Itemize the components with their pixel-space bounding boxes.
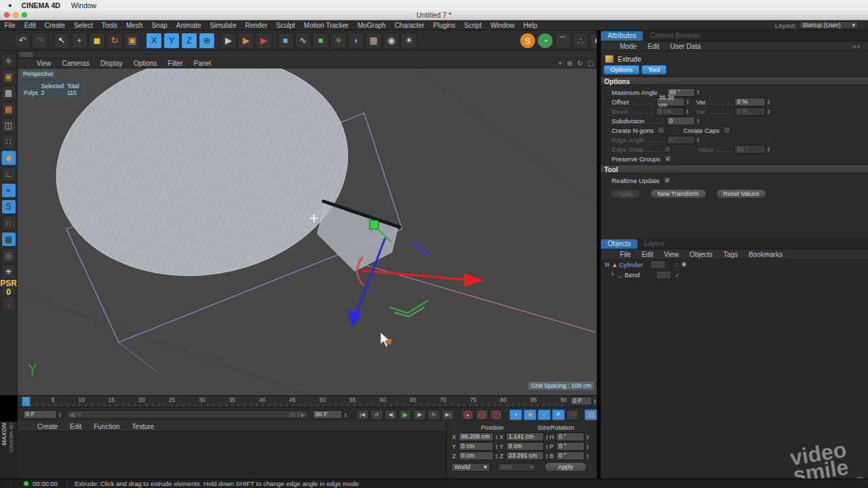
menu-item[interactable]: Mesh: [122, 22, 147, 29]
objects-menu-grip[interactable]: ⋮⋮: [603, 251, 612, 258]
macos-menu-window[interactable]: Window: [71, 1, 96, 9]
timer-icon[interactable]: ◔: [537, 33, 553, 49]
last-tool-icon[interactable]: ▣: [124, 33, 140, 49]
size-z-field[interactable]: 23.291 cm: [506, 451, 544, 460]
menu-item[interactable]: Select: [69, 22, 97, 29]
key-parameter-button[interactable]: P: [552, 409, 565, 420]
menu-item[interactable]: Snap: [147, 22, 172, 29]
live-selection-icon[interactable]: ↖: [54, 33, 70, 49]
tab-content-browser[interactable]: Content Browser: [643, 31, 707, 41]
coordinate-system-icon[interactable]: ⊕: [199, 33, 215, 49]
key-scale-button[interactable]: ◼: [524, 409, 536, 420]
add-camera-icon[interactable]: ◉: [383, 33, 399, 49]
range-right-arrow-icon[interactable]: ▶: [301, 411, 306, 418]
move-icon[interactable]: +: [71, 33, 87, 49]
keyframe-presets-button[interactable]: ∷∷: [566, 409, 579, 420]
object-row-cylinder[interactable]: ⊟ ▲ Cylinder : : ∴ ✳: [601, 260, 868, 270]
scale-icon[interactable]: ◼: [89, 33, 105, 49]
stepper-icon[interactable]: ▲▼: [344, 412, 347, 418]
material-menu-grip[interactable]: ⋮⋮: [20, 424, 29, 430]
viewport-canvas[interactable]: Perspective SelectedTotal Polys2110 Grid…: [18, 68, 598, 395]
goto-end-button[interactable]: ▶|: [441, 409, 454, 420]
size-mode-dropdown[interactable]: Size ▾: [497, 463, 536, 472]
material-menu-item[interactable]: Create: [31, 423, 64, 430]
attributes-menu-item[interactable]: Mode: [614, 43, 642, 50]
viewport-grip[interactable]: [18, 51, 598, 58]
expander-icon[interactable]: ⊟: [604, 262, 610, 268]
sds-weight-icon[interactable]: S: [519, 33, 536, 49]
tab-objects[interactable]: Objects: [601, 239, 637, 249]
macos-app-name[interactable]: CINEMA 4D: [21, 1, 60, 9]
subdivision-field[interactable]: 0: [667, 117, 695, 125]
autokey-button[interactable]: ( ): [475, 409, 488, 420]
current-frame-field[interactable]: 0 F: [570, 396, 592, 405]
objects-menu-item[interactable]: Tags: [718, 251, 743, 258]
toolbar-grip[interactable]: ⋮⋮: [2, 37, 12, 43]
rotate-icon[interactable]: ↻: [106, 33, 123, 49]
viewport-menu-item[interactable]: View: [31, 60, 57, 67]
rot-h-field[interactable]: 0 °: [556, 432, 585, 441]
history-arrows-icon[interactable]: ◂▸: [852, 43, 863, 49]
realtime-update-checkbox[interactable]: ✓: [664, 177, 671, 184]
lock-x-axis-icon[interactable]: X: [146, 33, 162, 49]
rot-b-field[interactable]: 0 °: [556, 451, 585, 460]
menu-item[interactable]: Render: [241, 22, 272, 29]
key-rotation-button[interactable]: ◌: [538, 409, 551, 420]
menu-item[interactable]: Help: [519, 22, 542, 29]
menu-item[interactable]: Tools: [97, 22, 121, 29]
apply-button[interactable]: Apply: [610, 189, 641, 199]
menu-item[interactable]: Sculpt: [272, 22, 300, 29]
object-label[interactable]: Cylinder: [619, 261, 652, 268]
previous-key-button[interactable]: ↺: [370, 409, 383, 420]
menu-item[interactable]: Window: [486, 22, 519, 29]
add-spline-icon[interactable]: ∿: [295, 33, 311, 49]
attributes-menu-item[interactable]: Edit: [642, 43, 665, 50]
offset-field[interactable]: 36.38 cm: [656, 98, 685, 106]
edge-angle-field[interactable]: 0 °: [667, 136, 695, 144]
pos-x-field[interactable]: 88.208 cm: [458, 432, 494, 441]
viewport-menu-item[interactable]: Panel: [189, 60, 217, 67]
texture-mode-icon[interactable]: ▦: [1, 102, 16, 117]
create-caps-checkbox[interactable]: [724, 127, 730, 134]
var-field[interactable]: 0 %: [734, 98, 766, 106]
edge-snap-checkbox[interactable]: ✓: [664, 146, 671, 152]
menu-item[interactable]: Simulate: [205, 22, 241, 29]
add-generator-icon[interactable]: ■: [313, 33, 329, 49]
pos-y-field[interactable]: 0 cm: [458, 442, 494, 451]
next-key-button[interactable]: ↻: [427, 409, 440, 420]
size-x-field[interactable]: 1.141 cm: [506, 432, 544, 441]
workplane-lock-icon[interactable]: ▦: [1, 232, 16, 247]
apple-logo-icon[interactable]: ●: [8, 2, 12, 9]
keyframe-help-button[interactable]: ?: [490, 409, 502, 420]
curve-falloff-icon[interactable]: ⌒: [555, 33, 571, 49]
axis-mode-icon[interactable]: ∟: [1, 167, 16, 182]
record-keyframe-button[interactable]: ◆: [461, 409, 474, 420]
psr-icon[interactable]: PSR 0: [1, 281, 16, 296]
model-mode-icon[interactable]: ▩: [1, 85, 16, 100]
attributes-menu-grip[interactable]: ⋮⋮: [603, 43, 612, 49]
lock-z-axis-icon[interactable]: Z: [181, 33, 197, 49]
viewport-menu-grip[interactable]: ⋮⋮: [20, 60, 29, 66]
viewport-menu-item[interactable]: Options: [128, 60, 162, 67]
history-icon[interactable]: ◈: [1, 53, 16, 68]
viewport-menu-item[interactable]: Display: [95, 60, 128, 67]
add-primitive-icon[interactable]: ■: [277, 33, 294, 49]
toggle-view-icon[interactable]: ▢: [588, 60, 594, 67]
objects-menu-item[interactable]: Edit: [636, 251, 658, 258]
menu-item[interactable]: Character: [390, 22, 429, 29]
objects-menu-item[interactable]: Bookmarks: [743, 251, 788, 258]
key-position-button[interactable]: +: [509, 409, 522, 420]
viewport-3d-scene[interactable]: [18, 68, 598, 395]
rotate-view-icon[interactable]: ↻: [577, 60, 583, 67]
material-menu-item[interactable]: Edit: [64, 423, 87, 430]
menu-item[interactable]: Plugins: [429, 22, 460, 29]
coords-apply-button[interactable]: Apply: [545, 462, 587, 472]
mini-timeline-button[interactable]: ▤: [585, 409, 597, 420]
enabled-check-icon[interactable]: ✓: [675, 272, 680, 279]
preserve-groups-checkbox[interactable]: ✓: [665, 155, 671, 162]
plane-mode-icon[interactable]: ◎: [1, 248, 16, 263]
object-row-bend[interactable]: └ ◡ Bend : : ✓: [601, 270, 868, 280]
rot-p-field[interactable]: 0 °: [556, 442, 585, 451]
subtab-tool[interactable]: Tool: [642, 65, 667, 75]
timeline-ruler[interactable]: 051015202530354045505560657075808590 0 F…: [18, 395, 598, 407]
